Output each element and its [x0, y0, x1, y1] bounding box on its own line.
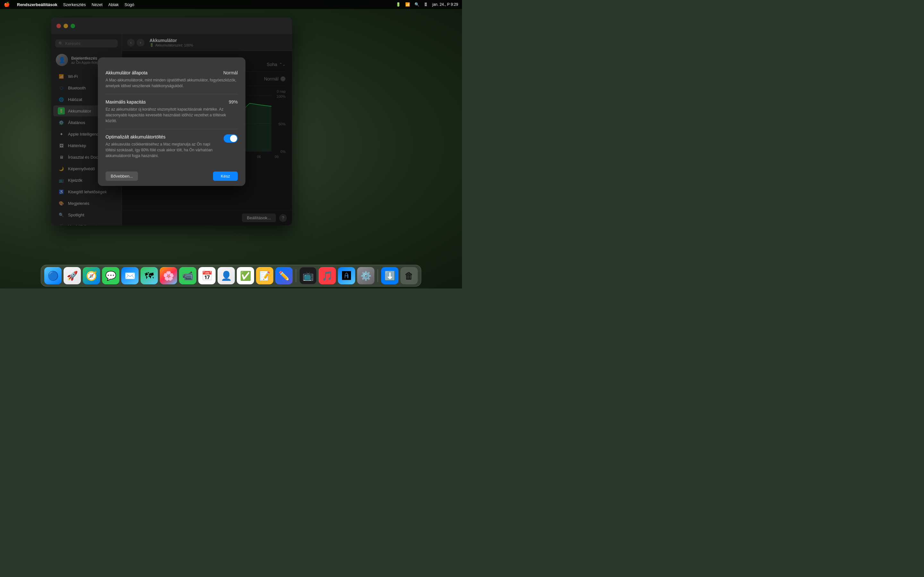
- menubar-window[interactable]: Ablak: [108, 2, 119, 7]
- modal-section1-title: Akkumulátor állapota: [105, 70, 148, 75]
- menubar: 🍎 Rendszerbeállítások Szerkesztés Nézet …: [0, 0, 462, 9]
- dock-item-mail[interactable]: ✉️: [121, 267, 139, 284]
- modal-battery-health-section: Akkumulátor állapota Normál A Mac-akkumu…: [105, 65, 238, 94]
- modal-section3-desc: Az akkuavulás csökkentéséhez a Mac megta…: [105, 141, 218, 159]
- dock-item-appstore[interactable]: 🅰: [338, 267, 355, 284]
- system-preferences-window: 🔍 👤 Bejelentkezés az Ön Apple-fiókjával …: [51, 18, 292, 226]
- more-info-button[interactable]: Bővebben...: [105, 171, 138, 181]
- dock-item-notes[interactable]: 📝: [256, 267, 273, 284]
- modal-section3-text: Optimalizált akkumulátortöltés Az akkuav…: [105, 134, 218, 159]
- dock-item-trash[interactable]: 🗑: [401, 267, 418, 284]
- menubar-controlcenter-icon[interactable]: 🎛: [424, 2, 428, 7]
- dock-separator-2: [378, 269, 378, 282]
- dock-item-facetime[interactable]: 📹: [179, 267, 196, 284]
- dock-item-launchpad[interactable]: 🚀: [63, 267, 81, 284]
- modal-footer: Bővebben... Kész: [98, 166, 246, 186]
- menubar-battery-icon[interactable]: 🔋: [396, 2, 401, 7]
- modal-body: Akkumulátor állapota Normál A Mac-akkumu…: [98, 57, 246, 166]
- menubar-datetime: jan. 24., P 9:29: [432, 2, 458, 7]
- dock-item-contacts[interactable]: 👤: [218, 267, 235, 284]
- dock-item-photos[interactable]: 🌸: [160, 267, 177, 284]
- apple-menu-icon[interactable]: 🍎: [4, 2, 10, 7]
- dock-item-freeform[interactable]: ✏️: [275, 267, 292, 284]
- modal-section1-header: Akkumulátor állapota Normál: [105, 70, 238, 75]
- dock-item-reminders[interactable]: ✅: [237, 267, 254, 284]
- modal-optimized-charging-section: Optimalizált akkumulátortöltés Az akkuav…: [105, 129, 238, 164]
- dock-item-sysprefs[interactable]: ⚙️: [357, 267, 375, 284]
- dock-item-appletv[interactable]: 📺: [299, 267, 317, 284]
- modal-section1-value: Normál: [223, 70, 238, 75]
- menubar-app-name[interactable]: Rendszerbeállítások: [17, 2, 57, 7]
- optimized-charging-toggle[interactable]: [224, 134, 238, 143]
- modal-max-capacity-section: Maximális kapacitás 99% Ez az akkumuláto…: [105, 94, 238, 129]
- modal-toggle-row: Optimalizált akkumulátortöltés Az akkuav…: [105, 134, 238, 159]
- menubar-search-icon[interactable]: 🔍: [415, 2, 419, 7]
- modal-section3-title: Optimalizált akkumulátortöltés: [105, 134, 218, 139]
- modal-section2-title: Maximális kapacitás: [105, 99, 145, 105]
- modal-section2-value: 99%: [229, 99, 238, 105]
- dock: 🔵 🚀 🧭 💬 ✉️ 🗺 🌸 📹 📅 👤 ✅ 📝 ✏️ 📺 🎵 🅰 ⚙️ ⬇️ …: [41, 265, 421, 287]
- toggle-knob: [230, 135, 237, 142]
- modal-section1-desc: A Mac-akkumulátorok, mint minden újratöl…: [105, 77, 238, 89]
- dock-item-safari[interactable]: 🧭: [83, 267, 100, 284]
- dock-item-maps[interactable]: 🗺: [141, 267, 158, 284]
- done-button[interactable]: Kész: [213, 171, 238, 181]
- battery-health-modal: Akkumulátor állapota Normál A Mac-akkumu…: [98, 57, 246, 186]
- modal-section2-header: Maximális kapacitás 99%: [105, 99, 238, 105]
- menubar-view[interactable]: Nézet: [92, 2, 103, 7]
- modal-overlay: Akkumulátor állapota Normál A Mac-akkumu…: [51, 18, 292, 226]
- menubar-edit[interactable]: Szerkesztés: [63, 2, 86, 7]
- dock-item-calendar[interactable]: 📅: [198, 267, 216, 284]
- dock-item-finder[interactable]: 🔵: [44, 267, 61, 284]
- modal-section2-desc: Ez az akkumulátor új korához viszonyítot…: [105, 106, 238, 124]
- dock-item-download[interactable]: ⬇️: [381, 267, 399, 284]
- dock-separator: [296, 269, 296, 282]
- menubar-help[interactable]: Súgó: [124, 2, 134, 7]
- menubar-wifi-icon[interactable]: 📶: [405, 2, 410, 7]
- dock-item-music[interactable]: 🎵: [318, 267, 336, 284]
- dock-item-messages[interactable]: 💬: [102, 267, 120, 284]
